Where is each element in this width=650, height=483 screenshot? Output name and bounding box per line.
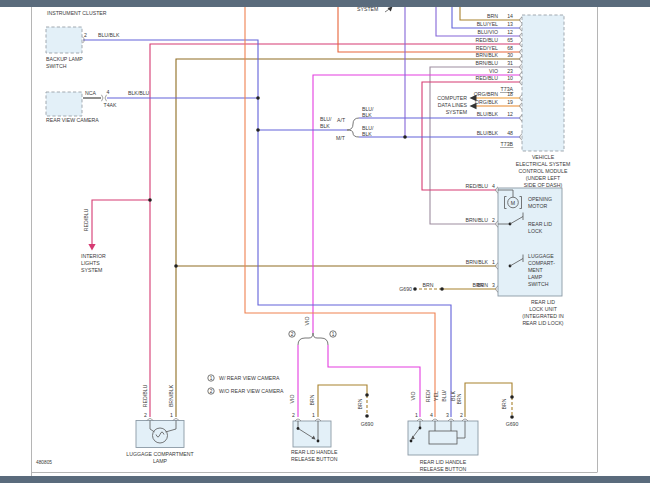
rear-view-camera: NCA 4 T4AK BLK/BLU REAR VIEW CAMERA xyxy=(46,89,150,123)
module-pin-color: BLU/VIO xyxy=(478,29,498,35)
system-arrow-icon xyxy=(388,7,393,12)
module-label: ELECTRICAL SYSTEM xyxy=(516,161,571,167)
ground-dot-icon xyxy=(510,415,514,419)
camera-label: REAR VIEW CAMERA xyxy=(46,117,99,123)
module-connector-b: T73B xyxy=(501,141,514,147)
note-number: 1 xyxy=(210,376,213,381)
btn2-label: REAR LID HANDLE xyxy=(420,459,467,465)
lamp-switch-label: LUGGAGE xyxy=(528,253,554,259)
module-label: (UNDER LEFT xyxy=(526,175,561,181)
btn1-wire-label: BRN xyxy=(309,394,315,405)
module-pin-number: 23 xyxy=(507,68,513,74)
note-number: 2 xyxy=(210,389,213,394)
camera-pin-number: 4 xyxy=(107,89,110,95)
computer-data-label: DATA LINES xyxy=(438,102,468,108)
trans-at-wire: BLK xyxy=(362,112,372,118)
interior-label: SYSTEM xyxy=(81,267,102,273)
btn2-wire-label: VIO xyxy=(410,392,416,401)
motor-label: MOTOR xyxy=(528,203,547,209)
module-pin-number: 31 xyxy=(507,60,513,66)
computer-data-lines-system: COMPUTER DATA LINES SYSTEM xyxy=(437,95,467,115)
wire-brnblk-30-lamp xyxy=(176,59,520,417)
trans-in-wire: BLU/ xyxy=(320,116,332,122)
instrument-cluster-label: INSTRUMENT CLUSTER xyxy=(47,10,107,16)
wire-redblu-interior-branch xyxy=(92,200,150,244)
trans-at-label: A/T xyxy=(337,117,346,123)
module-pin-number: 14 xyxy=(507,13,513,19)
module-pin-color: ORG/BLK xyxy=(475,99,499,105)
module-pin-number: 12 xyxy=(507,111,513,117)
lock-unit-label: (INTEGRATED IN xyxy=(522,313,564,319)
btn1-ground-wire-label: BRN xyxy=(357,398,363,409)
ground-dot-icon xyxy=(413,287,417,291)
lock-pin-color: BRN/BLU xyxy=(466,217,489,223)
release-button-2: 1 4 3 2 VIO RED/ YEL BLU/ BLK BRN REAR L… xyxy=(408,389,518,472)
interior-label: INTERIOR xyxy=(81,253,106,259)
module-pin-color: RED/YEL xyxy=(476,45,498,51)
ground-wire-label: BRN xyxy=(473,282,484,288)
btn2-pin-number: 3 xyxy=(446,412,449,418)
vio-main-label: VIO xyxy=(304,317,310,326)
lock-pin-number: 3 xyxy=(492,282,495,288)
lock-unit-label: REAR LID xyxy=(531,299,555,305)
camera-nca-label: NCA xyxy=(85,90,96,96)
trans-mt-label: M/T xyxy=(336,135,346,141)
module-pin-color: BLU/BLK xyxy=(477,111,499,117)
btn2-wire-label: YEL xyxy=(433,391,439,401)
module-pin-number: 30 xyxy=(507,52,513,58)
transmission-variant-labels: BLU/ BLK A/T M/T BLU/ BLK BLU/ BLK xyxy=(320,106,374,142)
ground-g690-label: G690 xyxy=(506,421,519,427)
btn1-wire-label: VIO xyxy=(289,395,295,404)
lamp-label: LUGGAGE COMPARTMENT xyxy=(126,451,194,457)
ground-g690-label: G690 xyxy=(361,421,374,427)
module-pin-number: 12 xyxy=(507,29,513,35)
lamp-switch-label: LAMP xyxy=(528,274,543,280)
lock-pin-number: 4 xyxy=(492,183,495,189)
btn2-label: RELEASE BUTTON xyxy=(420,466,467,472)
btn2-pin-number: 2 xyxy=(460,412,463,418)
wiring-diagram-page: 2 BLU/BLK BACKUP LAMP SWITCH NCA 4 T4AK … xyxy=(0,0,650,483)
module-pin-color: ORG/BRN xyxy=(474,91,498,97)
backup-label: SWITCH xyxy=(46,63,67,69)
interior-wire-label: RED/BLU xyxy=(83,209,89,232)
vio-branch-brace xyxy=(298,333,328,345)
top-chrome-bar xyxy=(0,0,650,7)
junction-dots xyxy=(148,96,514,419)
computer-data-label: COMPUTER xyxy=(437,95,467,101)
module-pin-color: BRN/BLK xyxy=(476,52,499,58)
ground-g690-label: G690 xyxy=(399,286,412,292)
interior-label: LIGHTS xyxy=(81,260,100,266)
module-pin-number: 19 xyxy=(507,99,513,105)
lock-pin-number: 2 xyxy=(492,217,495,223)
module-pin-color: RED/BLU xyxy=(476,37,499,43)
motor-label: OPENING xyxy=(528,196,552,202)
control-module: BRN14 BLU/YEL13 BLU/VIO12 RED/BLU65 RED/… xyxy=(474,13,571,188)
backup-pin-number: 2 xyxy=(84,32,87,38)
release-button-1: 2 1 VIO BRN REAR LID HANDLE RELEASE BUTT… xyxy=(289,394,373,462)
interior-lights-arrow-icon xyxy=(88,244,95,251)
module-pin-color: BRN xyxy=(487,13,498,19)
lamp-wire-label: BRN/BLK xyxy=(168,384,174,407)
ground-dot-icon xyxy=(365,414,369,418)
module-label: SIDE OF DASH) xyxy=(524,182,563,188)
module-pin-number: 65 xyxy=(507,37,513,43)
lamp-pin-number: 1 xyxy=(170,412,173,418)
module-pin-color: RED/BLU xyxy=(476,75,499,81)
btn1-pin-number: 2 xyxy=(292,412,295,418)
trans-mt-wire: BLK xyxy=(362,131,372,137)
module-pin-number: 68 xyxy=(507,45,513,51)
camera-wire-label: BLK/BLU xyxy=(128,90,150,96)
module-label: VEHICLE xyxy=(532,154,555,160)
at-mt-brace xyxy=(347,118,359,137)
btn2-pin-number: 1 xyxy=(415,412,418,418)
lock-pin-number: 1 xyxy=(492,259,495,265)
wire-redyel-btn2 xyxy=(245,7,435,417)
lamp-wire-label: RED/BLU xyxy=(142,385,148,408)
module-pin-color: BRN/BLU xyxy=(476,60,499,66)
lamp-switch-label: SWITCH xyxy=(528,281,549,287)
lock-pin-color: RED/BLU xyxy=(466,183,489,189)
btn2-ground-wire-label: BRN xyxy=(501,398,507,409)
branch-left-number: 2 xyxy=(291,332,294,337)
computer-data-label: SYSTEM xyxy=(446,109,467,115)
wire-blublk-main xyxy=(83,40,451,417)
